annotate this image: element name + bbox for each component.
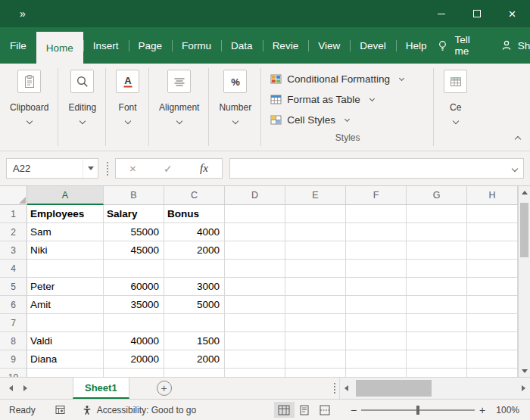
cell-H5[interactable] — [467, 278, 518, 296]
cell-A7[interactable] — [27, 314, 104, 332]
zoom-percentage[interactable]: 100% — [496, 405, 519, 415]
cell-H6[interactable] — [467, 296, 518, 314]
formula-bar-splitter[interactable] — [107, 162, 108, 176]
cell-B1[interactable]: Salary — [104, 205, 164, 223]
scroll-right-button[interactable] — [517, 378, 530, 399]
ribbon-tab-help[interactable]: Help — [396, 27, 437, 64]
cell-G6[interactable] — [407, 296, 467, 314]
zoom-slider-thumb[interactable] — [416, 406, 419, 415]
cell-A10[interactable] — [27, 369, 104, 377]
name-box-dropdown[interactable] — [83, 159, 98, 178]
cell-E2[interactable] — [285, 223, 346, 241]
cell-A3[interactable]: Niki — [27, 241, 104, 260]
cell-H1[interactable] — [467, 205, 518, 223]
formula-input[interactable] — [229, 158, 524, 179]
column-header-e[interactable]: E — [285, 186, 346, 205]
column-header-c[interactable]: C — [164, 186, 225, 205]
row-header-2[interactable]: 2 — [0, 223, 27, 241]
cell-B9[interactable]: 20000 — [104, 350, 164, 369]
collapse-ribbon-button[interactable] — [516, 131, 520, 145]
cell-D6[interactable] — [225, 296, 285, 314]
cell-C10[interactable] — [164, 369, 225, 377]
zoom-in-button[interactable]: + — [475, 404, 490, 416]
ribbon-group-cells[interactable]: Ce — [434, 64, 477, 151]
cell-G1[interactable] — [407, 205, 467, 223]
cell-D2[interactable] — [225, 223, 285, 241]
cell-A2[interactable]: Sam — [27, 223, 104, 241]
cell-C5[interactable]: 3000 — [164, 278, 225, 296]
cell-F3[interactable] — [346, 241, 407, 260]
column-header-f[interactable]: F — [346, 186, 407, 205]
cell-F8[interactable] — [346, 332, 407, 350]
cell-E4[interactable] — [285, 260, 346, 278]
row-header-7[interactable]: 7 — [0, 314, 27, 332]
next-sheet-button[interactable] — [23, 385, 27, 391]
cell-C1[interactable]: Bonus — [164, 205, 225, 223]
cell-G5[interactable] — [407, 278, 467, 296]
page-layout-view-button[interactable] — [295, 402, 315, 418]
cell-G9[interactable] — [407, 350, 467, 369]
status-mode[interactable]: Ready — [9, 405, 36, 415]
ribbon-tab-formu[interactable]: Formu — [172, 27, 221, 64]
previous-sheet-button[interactable] — [9, 385, 13, 391]
cell-F1[interactable] — [346, 205, 407, 223]
cell-C3[interactable]: 2000 — [164, 241, 225, 260]
column-header-b[interactable]: B — [104, 186, 164, 205]
cell-H2[interactable] — [467, 223, 518, 241]
ribbon-group-number[interactable]: %Number — [209, 64, 261, 151]
cell-A6[interactable]: Amit — [27, 296, 104, 314]
cell-C2[interactable]: 4000 — [164, 223, 225, 241]
cell-C9[interactable]: 2000 — [164, 350, 225, 369]
scroll-up-button[interactable] — [519, 186, 530, 198]
maximize-button[interactable] — [459, 0, 494, 27]
accessibility-status[interactable]: Accessibility: Good to go — [82, 405, 196, 415]
row-header-3[interactable]: 3 — [0, 241, 27, 260]
styles-item-cell-styles[interactable]: Cell Styles — [270, 110, 425, 130]
cell-B5[interactable]: 60000 — [104, 278, 164, 296]
cell-D1[interactable] — [225, 205, 285, 223]
ribbon-tab-view[interactable]: View — [308, 27, 350, 64]
cancel-icon[interactable]: × — [129, 162, 136, 175]
cell-C6[interactable]: 5000 — [164, 296, 225, 314]
cell-F5[interactable] — [346, 278, 407, 296]
tell-me-button[interactable]: Tell me — [436, 27, 469, 64]
cell-F4[interactable] — [346, 260, 407, 278]
cell-B7[interactable] — [104, 314, 164, 332]
row-header-10[interactable]: 10 — [0, 369, 27, 377]
normal-view-button[interactable] — [274, 402, 295, 418]
cell-C7[interactable] — [164, 314, 225, 332]
enter-icon[interactable]: ✓ — [164, 163, 173, 175]
cell-D7[interactable] — [225, 314, 285, 332]
scroll-down-button[interactable] — [519, 365, 530, 377]
cell-E10[interactable] — [285, 369, 346, 377]
cell-A1[interactable]: Employees — [27, 205, 104, 223]
cell-B4[interactable] — [104, 260, 164, 278]
ribbon-tab-page[interactable]: Page — [129, 27, 173, 64]
cell-D5[interactable] — [225, 278, 285, 296]
styles-item-conditional-formatting[interactable]: Conditional Formatting — [270, 69, 425, 89]
cell-B8[interactable]: 40000 — [104, 332, 164, 350]
insert-function-icon[interactable]: fx — [200, 162, 208, 175]
row-header-6[interactable]: 6 — [0, 296, 27, 314]
horizontal-scroll-thumb[interactable] — [356, 380, 432, 397]
macro-record-icon[interactable] — [55, 405, 65, 415]
zoom-slider[interactable] — [361, 404, 475, 416]
cell-G7[interactable] — [407, 314, 467, 332]
zoom-out-button[interactable]: − — [346, 404, 361, 416]
ribbon-group-editing[interactable]: Editing — [58, 64, 106, 151]
row-header-8[interactable]: 8 — [0, 332, 27, 350]
cell-C4[interactable] — [164, 260, 225, 278]
tab-split-handle[interactable] — [334, 383, 335, 394]
cell-E6[interactable] — [285, 296, 346, 314]
cell-F2[interactable] — [346, 223, 407, 241]
sheet-tab-sheet1[interactable]: Sheet1 — [73, 378, 129, 399]
cell-D10[interactable] — [225, 369, 285, 377]
ribbon-tab-file[interactable]: File — [0, 27, 36, 64]
vertical-scroll-thumb[interactable] — [520, 203, 528, 257]
cell-A4[interactable] — [27, 260, 104, 278]
ribbon-tab-insert[interactable]: Insert — [83, 27, 129, 64]
ribbon-tab-home[interactable]: Home — [36, 32, 83, 64]
cell-E5[interactable] — [285, 278, 346, 296]
cell-E8[interactable] — [285, 332, 346, 350]
cell-D3[interactable] — [225, 241, 285, 260]
